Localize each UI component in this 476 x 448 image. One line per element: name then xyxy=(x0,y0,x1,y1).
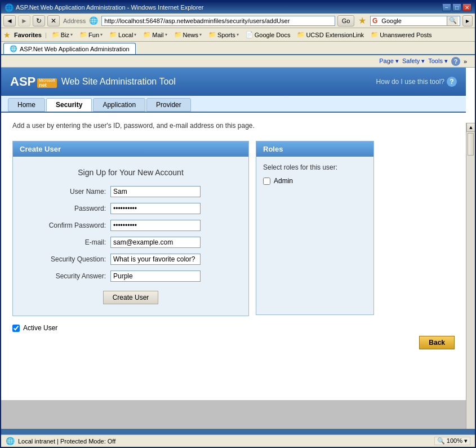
tab-home[interactable]: Home xyxy=(8,98,45,112)
email-label: E-mail: xyxy=(24,238,106,246)
page-icon: 🌐 xyxy=(89,16,98,25)
minimize-button[interactable]: − xyxy=(442,3,451,11)
create-user-panel-header: Create User xyxy=(13,141,248,157)
tab-security-label: Security xyxy=(56,101,82,109)
address-input[interactable] xyxy=(101,16,335,26)
favorites-ucsd[interactable]: 📁 UCSD ExtensionLink xyxy=(295,30,366,39)
scroll-up-button[interactable]: ▲ xyxy=(466,123,475,132)
content-area: ▲ ▼ ASP Microsoft net Web Site Administr… xyxy=(1,68,475,400)
role-admin-checkbox[interactable] xyxy=(263,178,270,185)
search-button[interactable]: 🔍 xyxy=(447,16,458,25)
fav-unanswered-label: Unanswered Posts xyxy=(380,32,431,38)
back-button[interactable]: Back xyxy=(419,336,455,349)
confirm-password-input[interactable] xyxy=(110,220,201,231)
zoom-level: 100% xyxy=(447,437,462,444)
page-content: Add a user by entering the user's ID, pa… xyxy=(1,113,466,355)
asp-header: ASP Microsoft net Web Site Administratio… xyxy=(1,68,466,96)
refresh-button[interactable]: ↻ xyxy=(33,15,45,26)
asp-logo: ASP Microsoft net Web Site Administratio… xyxy=(10,74,176,89)
scroll-thumb[interactable] xyxy=(468,133,474,156)
safety-button[interactable]: Safety ▾ xyxy=(402,57,425,65)
active-user-checkbox[interactable] xyxy=(12,325,20,332)
tools-button[interactable]: Tools ▾ xyxy=(428,57,448,65)
folder-icon: 📁 xyxy=(371,31,379,38)
favorites-fun[interactable]: 📁 Fun ▾ xyxy=(78,30,104,39)
tab-home-label: Home xyxy=(17,101,35,109)
roles-panel: Roles Select roles for this user: Admin xyxy=(256,141,374,315)
favorites-local[interactable]: 📁 Local ▾ xyxy=(108,30,138,39)
security-question-input[interactable] xyxy=(110,254,201,265)
tools-label: Tools ▾ xyxy=(428,57,448,65)
ie-status-icon: 🌐 xyxy=(6,437,15,445)
more-tools-button[interactable]: ▸ xyxy=(462,15,473,26)
folder-icon: 📁 xyxy=(52,31,60,38)
chevron-down-icon: ▾ xyxy=(165,32,167,37)
folder-icon: 📁 xyxy=(109,31,117,38)
username-input[interactable] xyxy=(110,186,201,197)
favorites-sports[interactable]: 📁 Sports ▾ xyxy=(207,30,241,39)
favorites-google-docs[interactable]: 📄 Google Docs xyxy=(244,30,292,39)
create-user-button[interactable]: Create User xyxy=(103,291,159,304)
stop-button[interactable]: ✕ xyxy=(47,15,60,26)
net-badge: Microsoft net xyxy=(37,78,56,88)
page-label: Page ▾ xyxy=(379,57,399,65)
asp-text: ASP xyxy=(10,74,35,89)
scrollbar[interactable]: ▲ ▼ xyxy=(466,123,475,448)
window-controls: − □ ✕ xyxy=(442,3,471,11)
chevron-down-icon: ▾ xyxy=(199,32,202,37)
tab-icon: 🌐 xyxy=(10,45,17,52)
roles-description: Select roles for this user: xyxy=(263,163,367,171)
chevron-down-icon: ▾ xyxy=(134,32,136,37)
role-admin-label: Admin xyxy=(274,177,293,185)
bottom-blue-bar xyxy=(1,429,475,434)
tab-security[interactable]: Security xyxy=(46,98,92,112)
tab-provider[interactable]: Provider xyxy=(146,98,191,112)
tab-bar: 🌐 ASP.Net Web Application Administration xyxy=(1,42,475,55)
address-label: Address xyxy=(63,17,86,24)
security-zone: Local intranet | Protected Mode: Off xyxy=(18,438,115,445)
folder-icon: 📁 xyxy=(297,31,305,38)
restore-button[interactable]: □ xyxy=(452,3,461,11)
title-bar: 🌐 ASP.Net Web Application Administration… xyxy=(1,1,475,14)
browser-tab-active[interactable]: 🌐 ASP.Net Web Application Administration xyxy=(3,43,136,54)
folder-icon: 📁 xyxy=(143,31,151,38)
password-input[interactable] xyxy=(110,203,201,214)
ie-icon: 🌐 xyxy=(5,3,14,12)
status-right: 🔍 100% ▾ xyxy=(434,437,470,445)
search-input[interactable] xyxy=(379,17,447,24)
forward-button[interactable]: ► xyxy=(18,15,30,26)
go-button[interactable]: Go xyxy=(337,15,354,26)
tab-application[interactable]: Application xyxy=(93,98,145,112)
chevron-down-icon: ▾ xyxy=(237,32,239,37)
email-input[interactable] xyxy=(110,237,201,248)
favorites-star-btn[interactable]: ★ xyxy=(357,15,368,26)
active-user-label: Active User xyxy=(23,324,57,332)
security-answer-row: Security Answer: xyxy=(24,270,237,282)
help-link[interactable]: How do I use this tool? ? xyxy=(376,77,457,87)
password-label: Password: xyxy=(24,205,106,212)
favorites-biz[interactable]: 📁 Biz ▾ xyxy=(50,30,74,39)
security-question-row: Security Question: xyxy=(24,254,237,265)
address-bar: ◄ ► ↻ ✕ Address 🌐 Go ★ G 🔍 ▸ xyxy=(1,14,475,28)
status-bar: 🌐 Local intranet | Protected Mode: Off 🔍… xyxy=(1,434,475,447)
role-admin-item: Admin xyxy=(263,177,367,185)
chevron-down-icon: ▾ xyxy=(70,32,73,37)
zoom-controls[interactable]: 🔍 100% ▾ xyxy=(434,437,470,445)
toolbar-expander: » xyxy=(464,58,473,65)
help-link-text: How do I use this tool? xyxy=(376,78,444,86)
favorites-label: Favorites xyxy=(14,32,42,38)
fav-news-label: News xyxy=(183,32,199,38)
favorites-mail[interactable]: 📁 Mail ▾ xyxy=(141,30,168,39)
help-button[interactable]: ? xyxy=(451,57,460,66)
favorites-unanswered[interactable]: 📁 Unanswered Posts xyxy=(369,30,433,39)
favorites-news[interactable]: 📁 News ▾ xyxy=(172,30,204,39)
browser-tab-label: ASP.Net Web Application Administration xyxy=(20,46,130,52)
page-button[interactable]: Page ▾ xyxy=(379,57,399,65)
username-label: User Name: xyxy=(24,188,106,196)
back-button[interactable]: ◄ xyxy=(3,15,16,26)
security-answer-input[interactable] xyxy=(110,270,201,282)
close-button[interactable]: ✕ xyxy=(462,3,471,11)
form-title: Sign Up for Your New Account xyxy=(24,168,237,177)
folder-icon: 📁 xyxy=(174,31,182,38)
safety-label: Safety ▾ xyxy=(402,57,425,65)
